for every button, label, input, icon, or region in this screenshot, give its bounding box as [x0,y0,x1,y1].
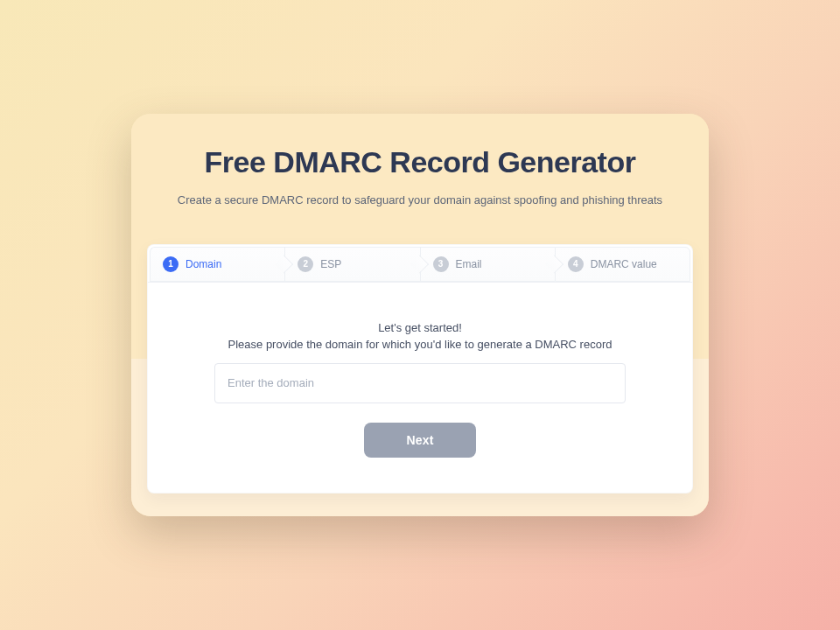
generator-card: Free DMARC Record Generator Create a sec… [131,114,709,516]
step-number-badge: 4 [568,256,584,272]
step-number-badge: 3 [433,256,449,272]
next-button[interactable]: Next [364,423,476,458]
step-label: Domain [186,258,221,270]
lead-text: Let's get started! [197,321,643,334]
page-title: Free DMARC Record Generator [166,145,674,179]
step-email[interactable]: 3 Email [420,247,555,282]
step-dmarc-value[interactable]: 4 DMARC value [555,247,690,282]
step-esp[interactable]: 2 ESP [284,247,419,282]
wizard-container: 1 Domain 2 ESP 3 Email 4 DMARC value Let… [147,244,693,494]
desc-text: Please provide the domain for which you'… [197,338,643,351]
step-label: DMARC value [591,258,657,270]
step-domain[interactable]: 1 Domain [150,247,284,282]
step-label: Email [456,258,482,270]
wizard-body: Let's get started! Please provide the do… [148,283,692,493]
step-label: ESP [320,258,341,270]
domain-input[interactable] [214,363,626,403]
card-header: Free DMARC Record Generator Create a sec… [131,114,709,230]
step-number-badge: 1 [163,256,178,272]
step-number-badge: 2 [298,256,313,272]
page-subtitle: Create a secure DMARC record to safeguar… [166,192,674,209]
step-tabs: 1 Domain 2 ESP 3 Email 4 DMARC value [148,245,692,283]
